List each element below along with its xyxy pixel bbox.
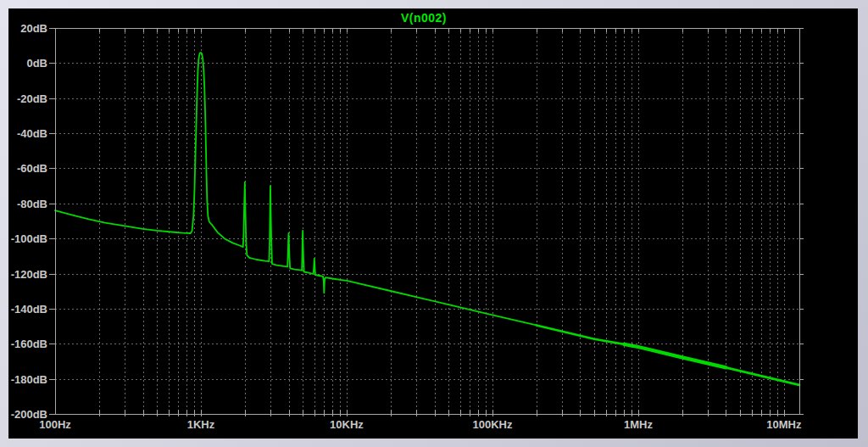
x-axis-label: 100KHz	[472, 418, 512, 431]
fft-plot-area[interactable]: 20dB0dB-20dB-40dB-60dB-80dB-100dB-120dB-…	[8, 8, 858, 439]
y-axis-label: -180dB	[11, 373, 47, 386]
x-axis-label: 100Hz	[39, 418, 71, 431]
trace-v-n002[interactable]	[726, 367, 800, 385]
y-axis-label: 20dB	[20, 22, 47, 35]
x-axis-label: 1KHz	[187, 418, 215, 431]
y-axis-label: -120dB	[11, 268, 47, 281]
trace-v-n002[interactable]	[624, 344, 726, 368]
x-axis-label: 1MHz	[624, 418, 653, 431]
trace-v-n002[interactable]	[55, 53, 537, 325]
y-axis-label: 0dB	[26, 57, 47, 70]
plot-border	[56, 29, 800, 415]
x-axis-label: 10KHz	[330, 418, 364, 431]
y-axis-label: -60dB	[17, 162, 47, 175]
y-axis-label: -40dB	[17, 127, 47, 140]
trace-v-n002[interactable]	[537, 325, 625, 344]
x-axis-label: 10MHz	[766, 418, 802, 431]
grid-lines	[55, 28, 799, 414]
y-axis-label: -20dB	[17, 92, 47, 105]
trace-group[interactable]	[55, 53, 799, 385]
y-axis-label: -100dB	[11, 232, 47, 245]
waveform-viewer-window: V(n002) 20dB0dB-20dB-40dB-60dB-80dB-100d…	[0, 0, 868, 447]
y-axis-label: -160dB	[11, 338, 47, 350]
y-axis-label: -140dB	[11, 303, 47, 316]
plot-pane[interactable]: V(n002) 20dB0dB-20dB-40dB-60dB-80dB-100d…	[8, 8, 858, 439]
y-axis-label: -80dB	[17, 198, 47, 210]
